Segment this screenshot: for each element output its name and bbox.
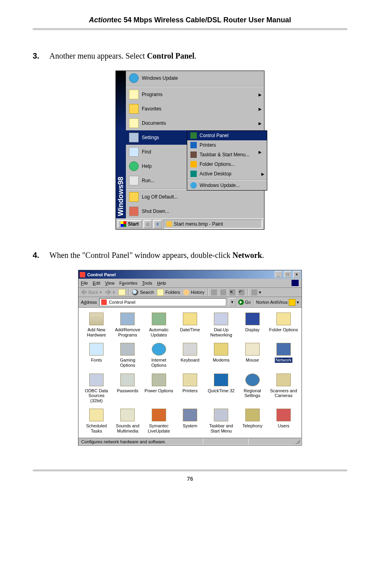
power-icon bbox=[152, 374, 166, 386]
toolbar-views-button[interactable]: ▾ bbox=[251, 289, 261, 295]
resize-grip-icon[interactable] bbox=[296, 439, 300, 444]
address-bar: Address Control Panel ▼ Go Norton AntiVi… bbox=[78, 297, 302, 308]
menu-shut-down[interactable]: Shut Down... bbox=[126, 204, 264, 218]
menu-programs[interactable]: Programs ▶ bbox=[126, 87, 264, 102]
toolbar-move-icon[interactable] bbox=[211, 289, 217, 295]
passwords-icon bbox=[120, 374, 135, 386]
item-automatic-updates[interactable]: Automatic Updates bbox=[144, 313, 174, 337]
dial-up-icon bbox=[214, 313, 228, 325]
control-panel-grid: Add New Hardware Add/Remove Programs Aut… bbox=[78, 308, 302, 438]
programs-icon bbox=[129, 90, 139, 99]
folder-up-icon bbox=[118, 289, 125, 295]
item-sounds[interactable]: Sounds and Multimedia bbox=[113, 409, 142, 433]
menu-view[interactable]: View bbox=[105, 281, 115, 285]
address-input[interactable]: Control Panel bbox=[99, 298, 226, 306]
item-mouse[interactable]: Mouse bbox=[237, 343, 267, 368]
item-taskbar[interactable]: Taskbar and Start Menu bbox=[206, 409, 236, 433]
folders-icon bbox=[157, 289, 164, 296]
step-text: Another menu appears. Select Control Pan… bbox=[49, 50, 347, 62]
item-add-new-hardware[interactable]: Add New Hardware bbox=[82, 313, 111, 337]
status-bar: Configures network hardware and software… bbox=[78, 438, 302, 445]
go-button[interactable]: Go bbox=[238, 299, 251, 305]
screenshot-control-panel: Control Panel _ □ × File Edit View Favor… bbox=[78, 270, 302, 446]
toolbar-undo-icon[interactable]: ↶ bbox=[239, 289, 245, 295]
menu-help[interactable]: Help bbox=[157, 281, 166, 285]
address-dropdown-button[interactable]: ▼ bbox=[229, 298, 236, 306]
quick-launch-icon[interactable]: ⌂ bbox=[143, 220, 152, 228]
menu-run[interactable]: Run... bbox=[126, 173, 264, 188]
submenu-control-panel[interactable]: Control Panel bbox=[187, 131, 267, 140]
scanners-icon bbox=[276, 374, 291, 386]
copy-to-icon bbox=[220, 289, 226, 295]
item-network[interactable]: Network bbox=[269, 343, 298, 368]
taskbar-button-paint[interactable]: Start menu.bmp - Paint bbox=[163, 219, 262, 229]
item-add-remove-programs[interactable]: Add/Remove Programs bbox=[113, 313, 142, 337]
toolbar-copy-icon[interactable] bbox=[220, 289, 226, 295]
maximize-button[interactable]: □ bbox=[284, 271, 291, 278]
item-users[interactable]: Users bbox=[269, 409, 298, 433]
network-icon bbox=[276, 343, 291, 356]
search-button[interactable]: Search bbox=[132, 289, 154, 295]
item-modems[interactable]: Modems bbox=[206, 343, 236, 368]
menu-find[interactable]: Find ▶ bbox=[126, 145, 264, 159]
norton-antivirus-toolbar[interactable]: Norton AntiVirus ▾ bbox=[256, 299, 299, 306]
item-symantec[interactable]: Symantec LiveUpdate bbox=[144, 409, 174, 433]
chevron-right-icon: ▶ bbox=[259, 92, 262, 97]
item-display[interactable]: Display bbox=[237, 313, 267, 337]
menu-tools[interactable]: Tools bbox=[142, 281, 153, 285]
window-title: Control Panel bbox=[87, 272, 116, 277]
menu-favorites[interactable]: Favorites bbox=[119, 281, 137, 285]
page-number: 76 bbox=[33, 476, 347, 482]
item-internet-options[interactable]: Internet Options bbox=[144, 343, 174, 368]
item-regional[interactable]: Regional Settings bbox=[237, 374, 267, 403]
symantec-icon bbox=[152, 409, 166, 421]
item-scheduled-tasks[interactable]: Scheduled Tasks bbox=[82, 409, 111, 433]
folder-options-icon bbox=[276, 313, 291, 325]
item-gaming-options[interactable]: Gaming Options bbox=[113, 343, 142, 368]
status-cell-3 bbox=[249, 438, 302, 445]
go-icon bbox=[238, 299, 244, 305]
close-button[interactable]: × bbox=[293, 271, 300, 278]
item-odbc[interactable]: ODBC Data Sources (32bit) bbox=[82, 374, 111, 403]
item-system[interactable]: System bbox=[175, 409, 205, 433]
status-cell-2 bbox=[204, 438, 249, 445]
menu-separator bbox=[126, 86, 264, 87]
window-titlebar: Control Panel _ □ × bbox=[78, 270, 302, 279]
menu-file[interactable]: File bbox=[81, 281, 88, 285]
menu-windows-update[interactable]: Windows Update bbox=[126, 71, 264, 85]
item-power-options[interactable]: Power Options bbox=[144, 374, 174, 403]
item-keyboard[interactable]: Keyboard bbox=[175, 343, 205, 368]
quick-launch-ie-icon[interactable]: e bbox=[153, 220, 162, 228]
history-button[interactable]: History bbox=[183, 289, 204, 295]
printers-icon bbox=[183, 374, 197, 386]
menu-edit[interactable]: Edit bbox=[93, 281, 100, 285]
up-button[interactable] bbox=[118, 289, 125, 295]
item-telephony[interactable]: Telephony bbox=[237, 409, 267, 433]
back-button[interactable]: Back ▾ bbox=[81, 289, 102, 295]
taskbar-start-icon bbox=[214, 409, 228, 421]
menu-log-off[interactable]: Log Off Default... bbox=[126, 190, 264, 204]
item-date-time[interactable]: Date/Time bbox=[175, 313, 205, 337]
step-number: 3. bbox=[33, 50, 49, 62]
toolbar-delete-icon[interactable]: ✕ bbox=[229, 289, 235, 295]
item-printers[interactable]: Printers bbox=[175, 374, 205, 403]
regional-icon bbox=[245, 374, 260, 386]
item-passwords[interactable]: Passwords bbox=[113, 374, 142, 403]
add-remove-icon bbox=[120, 313, 135, 325]
item-fonts[interactable]: Fonts bbox=[82, 343, 111, 368]
menu-favorites[interactable]: Favorites ▶ bbox=[126, 102, 264, 116]
item-scanners[interactable]: Scanners and Cameras bbox=[269, 374, 298, 403]
item-dial-up[interactable]: Dial-Up Networking bbox=[206, 313, 236, 337]
shutdown-icon bbox=[129, 206, 139, 216]
menu-help[interactable]: Help bbox=[126, 159, 264, 173]
system-icon bbox=[183, 409, 197, 421]
minimize-button[interactable]: _ bbox=[275, 271, 282, 278]
move-to-icon bbox=[211, 289, 217, 295]
item-folder-options[interactable]: Folder Options bbox=[269, 313, 298, 337]
control-panel-small-icon bbox=[101, 299, 107, 305]
forward-button[interactable]: ▾ bbox=[105, 289, 115, 295]
start-button[interactable]: Start bbox=[118, 220, 142, 228]
menu-documents[interactable]: Documents ▶ bbox=[126, 116, 264, 130]
folders-button[interactable]: Folders bbox=[157, 289, 180, 296]
item-quicktime[interactable]: QuickTime 32 bbox=[206, 374, 236, 403]
